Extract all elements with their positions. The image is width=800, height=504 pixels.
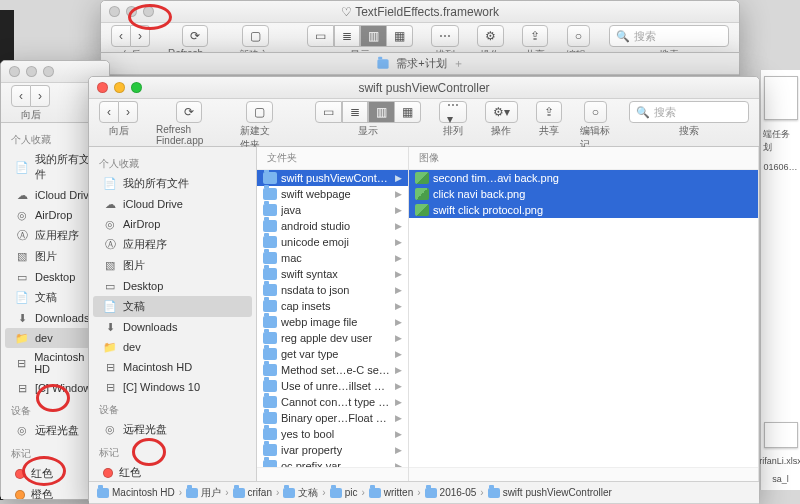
new-folder-button[interactable]: ▢ — [246, 101, 273, 123]
folder-icon — [263, 428, 277, 440]
chevron-right-icon: ▶ — [395, 205, 402, 215]
toolbar: ‹ › 向后 ⟳ Refresh Finder.app ▢ 新建文件夹 ▭ ≣ … — [89, 99, 759, 147]
folder-icon — [369, 488, 381, 498]
sidebar-item[interactable]: Ⓐ应用程序 — [89, 234, 256, 255]
folder-row[interactable]: yes to bool▶ — [257, 426, 408, 442]
sidebar-icon: ☁ — [103, 197, 117, 211]
view-icon-button[interactable]: ▭ — [315, 101, 342, 123]
folder-row[interactable]: reg apple dev user▶ — [257, 330, 408, 346]
tag-dot-icon — [15, 469, 25, 479]
col1-list[interactable]: swift pushViewController▶swift webpage▶j… — [257, 170, 408, 467]
sidebar-item[interactable]: ☁iCloud Drive — [89, 194, 256, 214]
folder-icon — [263, 268, 277, 280]
sidebar-item[interactable]: ▧图片 — [89, 255, 256, 276]
folder-icon — [263, 348, 277, 360]
chevron-right-icon: ▶ — [395, 221, 402, 231]
file-row[interactable]: click navi back.png — [409, 186, 758, 202]
sidebar-icon: ▭ — [15, 270, 29, 284]
folder-icon — [263, 204, 277, 216]
folder-row[interactable]: android studio▶ — [257, 218, 408, 234]
sidebar-icon: 📁 — [103, 340, 117, 354]
sidebar-icon: ⬇ — [103, 320, 117, 334]
sidebar-icon: 📄 — [103, 300, 117, 314]
file-row[interactable]: second tim…avi back.png — [409, 170, 758, 186]
folder-row[interactable]: oc prefix var▶ — [257, 458, 408, 467]
path-segment[interactable]: 用户 — [186, 486, 221, 500]
sidebar-icon: ⊟ — [15, 356, 28, 370]
folder-row[interactable]: webp image file▶ — [257, 314, 408, 330]
sidebar-item[interactable]: ◎AirDrop — [89, 214, 256, 234]
sidebar-item[interactable]: 📁dev — [89, 337, 256, 357]
folder-row[interactable]: unicode emoji▶ — [257, 234, 408, 250]
folder-row[interactable]: java▶ — [257, 202, 408, 218]
back-label: 向后 — [109, 124, 129, 138]
folder-row[interactable]: cap insets▶ — [257, 298, 408, 314]
forward-button[interactable]: › — [119, 101, 138, 123]
chevron-right-icon: ▶ — [395, 429, 402, 439]
folder-row[interactable]: swift webpage▶ — [257, 186, 408, 202]
folder-icon — [263, 332, 277, 344]
bg-tab[interactable]: 需求+计划＋ — [101, 53, 739, 75]
sidebar-icon: ◎ — [103, 217, 117, 231]
folder-icon — [263, 236, 277, 248]
col2-list[interactable]: second tim…avi back.pngclick navi back.p… — [409, 170, 758, 467]
sidebar-item[interactable]: ⊟Macintosh HD — [89, 357, 256, 377]
folder-icon — [263, 284, 277, 296]
folder-icon — [97, 488, 109, 498]
chevron-right-icon: ▶ — [395, 349, 402, 359]
chevron-right-icon: ▶ — [395, 269, 402, 279]
search-icon: 🔍 — [636, 106, 650, 119]
view-switcher[interactable]: ▭ ≣ ▥ ▦ — [315, 101, 421, 123]
edit-tags-button[interactable]: ○ — [584, 101, 607, 123]
sidebar-item[interactable]: ▭Desktop — [89, 276, 256, 296]
tag-dot-icon — [15, 490, 25, 500]
chevron-right-icon: ▶ — [395, 381, 402, 391]
path-segment[interactable]: Macintosh HD — [97, 487, 175, 498]
view-list-button[interactable]: ≣ — [342, 101, 368, 123]
back-button[interactable]: ‹ — [99, 101, 119, 123]
folder-row[interactable]: get var type▶ — [257, 346, 408, 362]
path-segment[interactable]: 2016-05 — [425, 487, 477, 498]
action-button[interactable]: ⚙▾ — [485, 101, 518, 123]
folder-row[interactable]: Cannot con…t type Float▶ — [257, 394, 408, 410]
path-segment[interactable]: written — [369, 487, 413, 498]
sidebar-item[interactable]: 📄文稿 — [93, 296, 252, 317]
path-segment[interactable]: crifan — [233, 487, 272, 498]
path-segment[interactable]: swift pushViewController — [488, 487, 612, 498]
sidebar-icon: ⊟ — [103, 380, 117, 394]
view-column-button[interactable]: ▥ — [368, 101, 395, 123]
folder-icon — [263, 444, 277, 456]
sidebar-item[interactable]: ⊟[C] Windows 10 — [89, 377, 256, 397]
folder-icon — [263, 252, 277, 264]
folder-row[interactable]: Binary oper…Float and Int▶ — [257, 410, 408, 426]
col2-scrollbar[interactable] — [409, 467, 758, 481]
arrange-button[interactable]: ⋯▾ — [439, 101, 467, 123]
folder-row[interactable]: nsdata to json▶ — [257, 282, 408, 298]
col2-header: 图像 — [409, 147, 758, 170]
sidebar-icon: ◎ — [15, 208, 29, 222]
sidebar-item[interactable]: ⬇Downloads — [89, 317, 256, 337]
folder-row[interactable]: mac▶ — [257, 250, 408, 266]
sidebar-item[interactable]: ◎远程光盘 — [89, 419, 256, 440]
sidebar-tag[interactable]: 红色 — [89, 462, 256, 481]
folder-icon — [263, 316, 277, 328]
folder-row[interactable]: Use of unre…illset didSet▶ — [257, 378, 408, 394]
sidebar-item[interactable]: 📄我的所有文件 — [89, 173, 256, 194]
path-segment[interactable]: pic — [330, 487, 358, 498]
search-input[interactable]: 🔍搜索 — [629, 101, 749, 123]
view-gallery-button[interactable]: ▦ — [395, 101, 421, 123]
folder-row[interactable]: swift pushViewController▶ — [257, 170, 408, 186]
file-row[interactable]: swift click protocol.png — [409, 202, 758, 218]
image-icon — [415, 188, 429, 200]
col1-scrollbar[interactable] — [257, 467, 408, 481]
folder-row[interactable]: ivar property▶ — [257, 442, 408, 458]
chevron-right-icon: ▶ — [395, 301, 402, 311]
path-segment[interactable]: 文稿 — [283, 486, 318, 500]
share-button[interactable]: ⇪ — [536, 101, 562, 123]
sidebar-icon: Ⓐ — [103, 238, 117, 252]
chevron-right-icon: ▶ — [395, 413, 402, 423]
refresh-button[interactable]: ⟳ — [176, 101, 202, 123]
path-bar[interactable]: Macintosh HD›用户›crifan›文稿›pic›written›20… — [89, 481, 759, 503]
folder-row[interactable]: Method set…e-C selector▶ — [257, 362, 408, 378]
folder-row[interactable]: swift syntax▶ — [257, 266, 408, 282]
